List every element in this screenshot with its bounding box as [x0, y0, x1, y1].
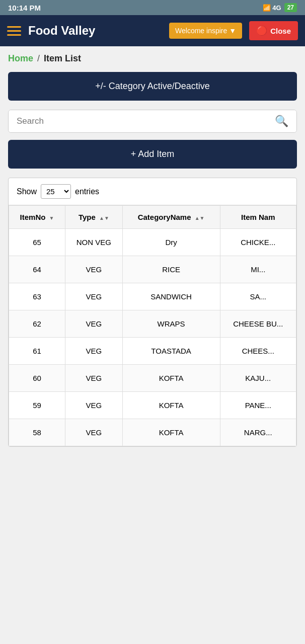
category-toggle-button[interactable]: +/- Category Active/Deactive [8, 72, 297, 101]
cell-type: VEG [65, 419, 123, 446]
table-row: 58 VEG KOFTA NARG... [9, 419, 296, 446]
cell-category: KOFTA [122, 392, 220, 419]
entries-label: entries [75, 187, 99, 196]
item-table: ItemNo ▼ Type ▲▼ CategoryName ▲▼ Item Na… [9, 205, 296, 446]
cell-category: Dry [122, 229, 220, 256]
cell-type: VEG [65, 392, 123, 419]
show-label: Show [17, 187, 37, 196]
show-entries-row: Show 25 50 100 entries [9, 178, 296, 205]
search-button[interactable]: 🔍 [267, 110, 296, 132]
sort-category-icon: ▲▼ [195, 215, 205, 221]
search-icon: 🔍 [275, 115, 288, 127]
cell-itemname: MI... [220, 256, 296, 283]
cell-itemname: CHEES... [220, 338, 296, 365]
cell-itemno: 61 [9, 338, 65, 365]
cell-type: NON VEG [65, 229, 123, 256]
cell-itemno: 64 [9, 256, 65, 283]
breadcrumb: Home / Item List [8, 53, 297, 64]
hamburger-menu[interactable] [7, 26, 21, 36]
table-row: 62 VEG WRAPS CHEESE BU... [9, 310, 296, 338]
battery-icon: 27 [284, 3, 297, 12]
breadcrumb-current: Item List [44, 53, 81, 64]
cell-category: KOFTA [122, 365, 220, 392]
col-type[interactable]: Type ▲▼ [65, 206, 123, 229]
cell-itemno: 65 [9, 229, 65, 256]
entries-select[interactable]: 25 50 100 [41, 184, 71, 199]
table-row: 60 VEG KOFTA KAJU... [9, 365, 296, 392]
col-itemno[interactable]: ItemNo ▼ [9, 206, 65, 229]
cell-itemname: CHICKE... [220, 229, 296, 256]
table-row: 63 VEG SANDWICH SA... [9, 283, 296, 310]
cell-itemname: PANE... [220, 392, 296, 419]
sort-itemno-icon: ▼ [49, 215, 54, 221]
cell-itemno: 59 [9, 392, 65, 419]
search-input[interactable] [9, 110, 267, 132]
search-bar: 🔍 [8, 110, 297, 133]
cell-type: VEG [65, 256, 123, 283]
table-row: 65 NON VEG Dry CHICKE... [9, 229, 296, 256]
breadcrumb-separator: / [37, 53, 40, 64]
signal-icon: 📶 4G [263, 4, 281, 12]
main-content: Home / Item List +/- Category Active/Dea… [0, 46, 305, 454]
cell-itemno: 62 [9, 310, 65, 338]
cell-itemno: 63 [9, 283, 65, 310]
item-table-container: Show 25 50 100 entries ItemNo ▼ Type ▲▼ [8, 178, 297, 447]
time: 10:14 PM [8, 4, 41, 12]
cell-type: VEG [65, 310, 123, 338]
header: Food Valley Welcome inspire ▼ 🔴 Close [0, 15, 305, 46]
cell-type: VEG [65, 338, 123, 365]
close-icon: 🔴 [256, 25, 267, 36]
breadcrumb-home[interactable]: Home [8, 53, 33, 64]
status-bar: 10:14 PM 📶 4G 27 [0, 0, 305, 15]
cell-category: SANDWICH [122, 283, 220, 310]
table-header: ItemNo ▼ Type ▲▼ CategoryName ▲▼ Item Na… [9, 206, 296, 229]
close-label: Close [270, 27, 291, 35]
table-row: 59 VEG KOFTA PANE... [9, 392, 296, 419]
cell-itemname: SA... [220, 283, 296, 310]
welcome-label: Welcome inspire [175, 27, 227, 35]
add-item-button[interactable]: + Add Item [8, 140, 297, 169]
table-body: 65 NON VEG Dry CHICKE... 64 VEG RICE MI.… [9, 229, 296, 446]
sort-type-icon: ▲▼ [99, 215, 109, 221]
status-right: 📶 4G 27 [263, 3, 297, 12]
cell-itemno: 60 [9, 365, 65, 392]
dropdown-arrow-icon: ▼ [229, 27, 236, 35]
welcome-button[interactable]: Welcome inspire ▼ [169, 23, 242, 39]
cell-itemname: CHEESE BU... [220, 310, 296, 338]
close-button[interactable]: 🔴 Close [249, 21, 298, 40]
col-category[interactable]: CategoryName ▲▼ [122, 206, 220, 229]
cell-category: KOFTA [122, 419, 220, 446]
cell-itemno: 58 [9, 419, 65, 446]
table-row: 64 VEG RICE MI... [9, 256, 296, 283]
col-itemname[interactable]: Item Nam [220, 206, 296, 229]
cell-category: WRAPS [122, 310, 220, 338]
app-title: Food Valley [28, 24, 162, 38]
cell-itemname: KAJU... [220, 365, 296, 392]
cell-type: VEG [65, 283, 123, 310]
cell-category: RICE [122, 256, 220, 283]
table-row: 61 VEG TOASTADA CHEES... [9, 338, 296, 365]
cell-category: TOASTADA [122, 338, 220, 365]
cell-itemname: NARG... [220, 419, 296, 446]
cell-type: VEG [65, 365, 123, 392]
